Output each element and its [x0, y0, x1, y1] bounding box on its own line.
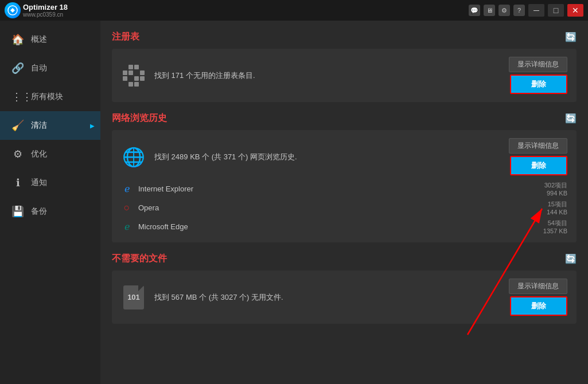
optimize-icon: ⚙ — [11, 148, 24, 160]
backup-icon: 💾 — [11, 205, 24, 218]
sidebar-item-modules[interactable]: ⋮⋮ 所有模块 — [0, 83, 100, 111]
modules-icon: ⋮⋮ — [11, 91, 24, 103]
home-icon: 🏠 — [11, 33, 24, 46]
sidebar-label-auto: 自动 — [31, 63, 47, 73]
edge-size: 1357 KB — [521, 228, 567, 234]
sidebar-item-optimize[interactable]: ⚙ 优化 — [0, 140, 100, 169]
sidebar-label-notify: 通知 — [31, 178, 47, 188]
browser-history-header: 网络浏览历史 🔄 — [112, 112, 577, 124]
ie-icon: ℯ — [121, 183, 133, 195]
junk-files-row: 101 找到 567 MB 个 (共 3027 个) 无用文件. 显示详细信息 … — [121, 279, 567, 316]
junk-details-button[interactable]: 显示详细信息 — [509, 279, 567, 294]
junk-files-title: 不需要的文件 — [112, 253, 167, 265]
opera-size: 144 KB — [521, 209, 567, 215]
opera-stats: 15项目 144 KB — [521, 200, 567, 215]
junk-files-header: 不需要的文件 🔄 — [112, 253, 577, 265]
opera-name: Opera — [138, 203, 516, 212]
junk-files-body: 101 找到 567 MB 个 (共 3027 个) 无用文件. 显示详细信息 … — [112, 271, 577, 324]
browser-history-body: 🌐 找到 2489 KB 个 (共 371 个) 网页浏览历史. 显示详细信息 … — [112, 130, 577, 242]
content-area: 注册表 🔄 找到 171 个无用的注册表条目. — [100, 21, 588, 384]
ie-size: 994 KB — [521, 190, 567, 197]
registry-icon-box — [121, 63, 146, 88]
edge-icon: ℯ — [121, 221, 133, 233]
notify-icon: ℹ — [11, 177, 24, 189]
browser-history-top-row: 🌐 找到 2489 KB 个 (共 371 个) 网页浏览历史. 显示详细信息 … — [121, 138, 567, 175]
maximize-button[interactable]: □ — [548, 4, 564, 17]
registry-refresh-icon[interactable]: 🔄 — [565, 32, 577, 42]
logo-area: Optimizer 18 www.pc0359.cn — [5, 2, 68, 18]
ie-stats: 302项目 994 KB — [521, 181, 567, 197]
close-button[interactable]: ✕ — [567, 4, 583, 17]
sidebar-item-clean[interactable]: 🧹 清洁 — [0, 111, 100, 140]
auto-icon: 🔗 — [11, 62, 24, 75]
edge-items: 54项目 — [521, 219, 567, 228]
watermark: www.pc0359.cn — [23, 11, 68, 18]
browser-list: ℯ Internet Explorer 302项目 994 KB ○ Opera — [121, 181, 567, 234]
help-icon[interactable]: ? — [513, 5, 525, 16]
registry-header: 注册表 🔄 — [112, 31, 577, 43]
sidebar-item-overview[interactable]: 🏠 概述 — [0, 25, 100, 54]
junk-files-actions: 显示详细信息 删除 — [509, 279, 567, 316]
clean-icon: 🧹 — [11, 119, 24, 132]
browser-row-ie: ℯ Internet Explorer 302项目 994 KB — [121, 181, 567, 197]
junk-found-text: 找到 567 MB 个 (共 3027 个) 无用文件. — [154, 292, 501, 303]
registry-actions: 显示详细信息 删除 — [509, 57, 567, 94]
sidebar-label-modules: 所有模块 — [31, 92, 63, 102]
sidebar-item-notify[interactable]: ℹ 通知 — [0, 169, 100, 197]
app-title: Optimizer 18 — [23, 3, 68, 11]
browser-details-button[interactable]: 显示详细信息 — [509, 138, 567, 154]
browser-found-text: 找到 2489 KB 个 (共 371 个) 网页浏览历史. — [154, 152, 501, 162]
registry-title: 注册表 — [112, 31, 139, 43]
sidebar-label-overview: 概述 — [31, 34, 47, 45]
globe-icon-box: 🌐 — [121, 144, 146, 170]
junk-files-refresh-icon[interactable]: 🔄 — [565, 253, 577, 264]
registry-row: 找到 171 个无用的注册表条目. 显示详细信息 删除 — [121, 57, 567, 94]
logo-icon — [5, 2, 21, 18]
browser-history-section: 网络浏览历史 🔄 🌐 找到 2489 KB 个 (共 371 个) 网页浏览历史… — [112, 112, 577, 242]
browser-history-actions: 显示详细信息 删除 — [509, 138, 567, 175]
globe-icon: 🌐 — [122, 146, 145, 168]
file-icon: 101 — [123, 285, 144, 309]
ie-name: Internet Explorer — [138, 185, 516, 193]
chat-icon[interactable]: 💬 — [469, 5, 480, 16]
sidebar: 🏠 概述 🔗 自动 ⋮⋮ 所有模块 🧹 清洁 ⚙ 优化 ℹ 通知 💾 备份 — [0, 21, 100, 384]
edge-stats: 54项目 1357 KB — [521, 219, 567, 234]
registry-details-button[interactable]: 显示详细信息 — [509, 57, 567, 72]
registry-dot-grid — [123, 65, 145, 87]
title-bar: Optimizer 18 www.pc0359.cn 💬 🖥 ⚙ ? ─ □ ✕ — [0, 0, 588, 21]
gear-icon[interactable]: ⚙ — [499, 5, 510, 16]
minimize-button[interactable]: ─ — [528, 4, 544, 17]
registry-delete-button[interactable]: 删除 — [510, 75, 567, 94]
browser-row-opera: ○ Opera 15项目 144 KB — [121, 200, 567, 215]
junk-files-section: 不需要的文件 🔄 101 找到 567 MB 个 (共 3027 个) 无用文件… — [112, 253, 577, 324]
edge-name: Microsoft Edge — [138, 222, 516, 231]
browser-history-refresh-icon[interactable]: 🔄 — [565, 113, 577, 124]
browser-history-title: 网络浏览历史 — [112, 112, 167, 124]
sidebar-label-optimize: 优化 — [31, 149, 47, 159]
monitor-icon[interactable]: 🖥 — [484, 5, 495, 16]
toolbar-icons: 💬 🖥 ⚙ ? — [469, 5, 525, 16]
sidebar-item-backup[interactable]: 💾 备份 — [0, 197, 100, 226]
registry-section: 注册表 🔄 找到 171 个无用的注册表条目. — [112, 31, 577, 102]
ie-items: 302项目 — [521, 181, 567, 190]
registry-found-text: 找到 171 个无用的注册表条目. — [154, 70, 501, 81]
sidebar-label-clean: 清洁 — [31, 120, 47, 131]
sidebar-label-backup: 备份 — [31, 206, 47, 217]
sidebar-item-auto[interactable]: 🔗 自动 — [0, 54, 100, 83]
browser-delete-button[interactable]: 删除 — [510, 156, 567, 175]
file-icon-box: 101 — [121, 285, 146, 310]
registry-body: 找到 171 个无用的注册表条目. 显示详细信息 删除 — [112, 49, 577, 102]
main-container: 🏠 概述 🔗 自动 ⋮⋮ 所有模块 🧹 清洁 ⚙ 优化 ℹ 通知 💾 备份 — [0, 21, 588, 384]
browser-row-edge: ℯ Microsoft Edge 54项目 1357 KB — [121, 219, 567, 234]
content-inner: 注册表 🔄 找到 171 个无用的注册表条目. — [112, 31, 577, 324]
opera-icon: ○ — [121, 202, 133, 214]
junk-delete-button[interactable]: 删除 — [510, 296, 567, 316]
opera-items: 15项目 — [521, 200, 567, 209]
